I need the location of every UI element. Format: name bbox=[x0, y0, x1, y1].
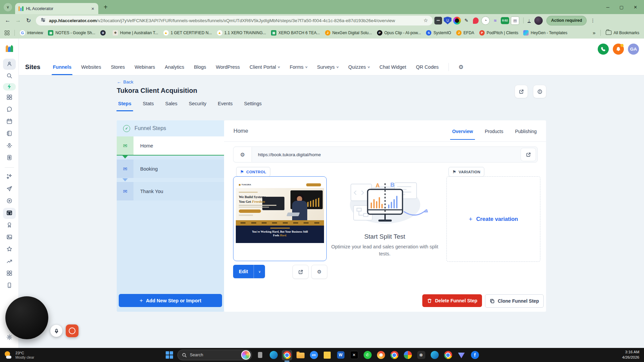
preview-open-button[interactable] bbox=[292, 265, 309, 279]
back-link[interactable]: ←Back bbox=[117, 79, 133, 84]
tab-close-icon[interactable]: × bbox=[91, 6, 95, 11]
new-tab-button[interactable]: + bbox=[104, 4, 108, 10]
edit-dropdown-button[interactable]: ∨ bbox=[254, 265, 265, 278]
nav-quizzes[interactable]: Quizzes∨ bbox=[348, 59, 370, 75]
taskbar-search[interactable]: Search bbox=[177, 350, 252, 360]
sidebar-item-automation[interactable] bbox=[3, 196, 16, 207]
step-settings-button[interactable]: ⚙ bbox=[311, 265, 327, 279]
bookmark-get-certified[interactable]: ▲1 GET CERTIFIED N... bbox=[163, 30, 212, 36]
forward-nav-icon[interactable]: → bbox=[14, 17, 22, 24]
bookmark-globe[interactable]: ⊕ bbox=[100, 30, 108, 36]
taskbar-chrome-active[interactable] bbox=[282, 350, 292, 360]
sidebar-item-opportunities[interactable] bbox=[3, 140, 16, 152]
action-required-pill[interactable]: Action required bbox=[546, 16, 587, 25]
open-funnel-button[interactable] bbox=[515, 85, 528, 98]
extension-wave-icon[interactable]: ≈ bbox=[491, 17, 499, 24]
tab-steps[interactable]: Steps bbox=[118, 101, 131, 111]
edit-button[interactable]: Edit bbox=[233, 265, 254, 278]
clone-funnel-step-button[interactable]: Clone Funnel Step bbox=[485, 294, 544, 308]
sidebar-item-dashboard[interactable] bbox=[3, 92, 16, 103]
user-avatar[interactable]: GA bbox=[628, 44, 639, 55]
nav-forms[interactable]: Forms∨ bbox=[290, 59, 308, 75]
record-stop-button[interactable] bbox=[66, 324, 78, 337]
browser-tab[interactable]: HL Accelerator × bbox=[15, 3, 98, 14]
nav-qr-codes[interactable]: QR Codes bbox=[416, 59, 439, 75]
apps-grid-icon[interactable] bbox=[5, 31, 9, 35]
extension-dark-icon[interactable]: ••• bbox=[434, 17, 442, 24]
taskbar-copilot[interactable] bbox=[255, 350, 265, 360]
sidebar-item-mobile-app[interactable] bbox=[3, 280, 16, 291]
downloads-icon[interactable]: ↓ bbox=[528, 18, 531, 23]
nav-chat-widget[interactable]: Chat Widget bbox=[379, 59, 406, 75]
taskbar-facebook[interactable]: f bbox=[470, 350, 480, 360]
step-row-home[interactable]: ✉ Home bbox=[117, 136, 224, 156]
site-info-icon[interactable] bbox=[41, 17, 46, 23]
open-step-url-button[interactable] bbox=[521, 148, 536, 161]
nav-client-portal[interactable]: Client Portal∨ bbox=[250, 59, 280, 75]
browser-menu-icon[interactable]: ⋮ bbox=[590, 18, 595, 23]
taskbar-explorer[interactable] bbox=[295, 350, 306, 360]
bookmark-podpitch[interactable]: PPodPitch | Clients bbox=[479, 30, 519, 36]
taskbar-photos[interactable] bbox=[402, 350, 413, 360]
nav-analytics[interactable]: Analytics bbox=[165, 59, 184, 75]
bookmark-notes[interactable]: ▤NOTES - Google Sh... bbox=[48, 30, 95, 36]
webcam-bubble[interactable] bbox=[5, 296, 48, 339]
address-bar[interactable]: app.hlaccelerator.com/v2/location/j7yVef… bbox=[36, 16, 433, 25]
bookmark-efda[interactable]: JEFDA bbox=[456, 30, 474, 36]
taskbar-chrome-2[interactable] bbox=[389, 350, 399, 360]
sidebar-item-marketing[interactable] bbox=[3, 184, 16, 195]
add-new-step-button[interactable]: + Add New Step or Import bbox=[119, 294, 222, 307]
sidebar-item-contacts[interactable] bbox=[3, 128, 16, 139]
extension-shield-icon[interactable]: U bbox=[444, 17, 451, 24]
tab-products[interactable]: Products bbox=[485, 129, 503, 140]
sidebar-item-reporting[interactable] bbox=[3, 256, 16, 267]
extension-figure-icon[interactable] bbox=[472, 17, 480, 24]
nav-stores[interactable]: Stores bbox=[111, 59, 125, 75]
bookmark-star-icon[interactable]: ☆ bbox=[424, 17, 428, 23]
all-bookmarks-button[interactable]: All Bookmarks bbox=[606, 31, 639, 35]
sidebar-item-calendars[interactable] bbox=[3, 116, 16, 127]
start-button[interactable] bbox=[164, 350, 174, 360]
nav-blogs[interactable]: Blogs bbox=[194, 59, 206, 75]
bookmark-xero-training[interactable]: ▲1.1 XERO TRAINING... bbox=[217, 30, 266, 36]
tab-settings[interactable]: Settings bbox=[244, 101, 262, 111]
window-close-icon[interactable]: ✕ bbox=[634, 5, 637, 10]
sidebar-item-search[interactable] bbox=[3, 71, 16, 82]
tab-publishing[interactable]: Publishing bbox=[515, 129, 537, 140]
taskbar-word[interactable]: W bbox=[335, 350, 346, 360]
nav-websites[interactable]: Websites bbox=[81, 59, 101, 75]
back-nav-icon[interactable]: ← bbox=[3, 17, 12, 24]
bookmark-heygen[interactable]: HeyGen - Templates bbox=[523, 30, 567, 36]
nav-webinars[interactable]: Webinars bbox=[135, 59, 155, 75]
sidebar-item-ai-agents[interactable] bbox=[3, 172, 16, 183]
nav-funnels[interactable]: Funnels bbox=[53, 59, 71, 75]
taskbar-drive[interactable] bbox=[456, 350, 467, 360]
tab-security[interactable]: Security bbox=[189, 101, 206, 111]
step-row-thank-you[interactable]: ✉ Thank You bbox=[117, 182, 224, 200]
url-settings-gear-button[interactable]: ⚙ bbox=[233, 147, 252, 162]
sidebar-item-payments[interactable] bbox=[3, 153, 16, 164]
nav-surveys[interactable]: Surveys∨ bbox=[317, 59, 338, 75]
sidebar-item-media[interactable] bbox=[3, 232, 16, 243]
tab-events[interactable]: Events bbox=[218, 101, 232, 111]
sidebar-item-conversations[interactable] bbox=[3, 104, 16, 115]
bookmark-interview[interactable]: Ginterview bbox=[20, 30, 43, 36]
step-row-booking[interactable]: ✉ Booking bbox=[117, 160, 224, 178]
weather-widget[interactable]: 23°C Mostly clear bbox=[0, 351, 38, 360]
taskbar-edge[interactable] bbox=[268, 350, 279, 360]
tab-overview[interactable]: Overview bbox=[452, 129, 473, 140]
tab-sales[interactable]: Sales bbox=[165, 101, 177, 111]
tab-stats[interactable]: Stats bbox=[143, 101, 154, 111]
extension-timer-icon[interactable]: ◔ bbox=[481, 16, 490, 25]
create-variation-button[interactable]: + Create variation bbox=[469, 216, 518, 223]
sites-settings-gear-icon[interactable]: ⚙ bbox=[459, 64, 464, 71]
taskbar-app-orange[interactable] bbox=[376, 350, 386, 360]
taskbar-settings[interactable]: ✻ bbox=[416, 350, 426, 360]
sidebar-item-reputation[interactable] bbox=[3, 244, 16, 255]
bookmark-systemio[interactable]: SSystemIO bbox=[426, 30, 451, 36]
sidebar-item-app-marketplace[interactable] bbox=[3, 268, 16, 279]
taskbar-x-app[interactable]: ✕ bbox=[349, 350, 359, 360]
extension-recording-badge[interactable]: 0:02 bbox=[501, 17, 509, 24]
tab-search-icon[interactable]: ∨ bbox=[4, 3, 12, 11]
taskbar-edge-2[interactable] bbox=[429, 350, 440, 360]
